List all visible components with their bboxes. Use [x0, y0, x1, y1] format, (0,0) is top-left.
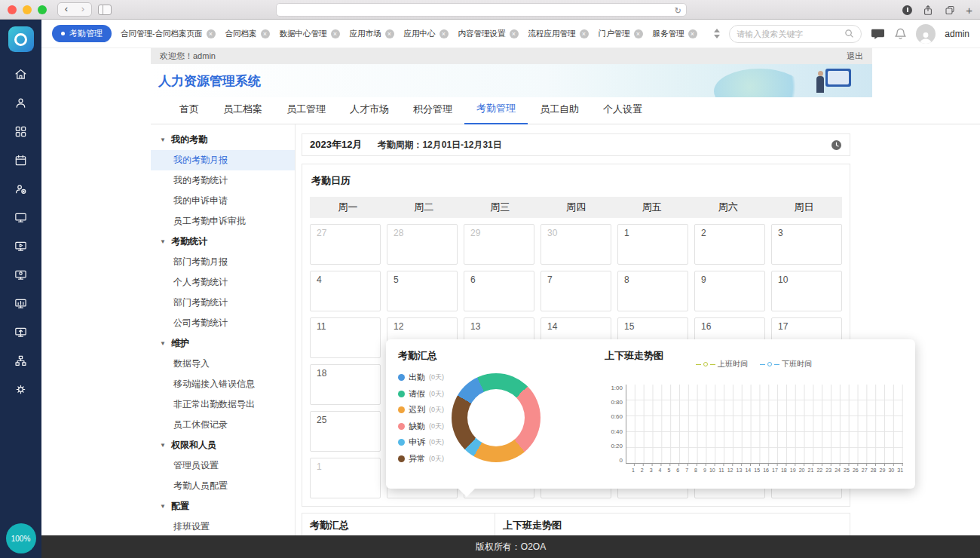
global-search[interactable]	[729, 25, 862, 43]
chat-icon[interactable]	[871, 27, 885, 40]
back-button[interactable]	[58, 3, 75, 16]
menu-row[interactable]: 考勤人员配置	[151, 476, 295, 496]
app-tab[interactable]: 流程应用管理	[528, 29, 589, 39]
menu-row[interactable]: 公司考勤统计	[151, 313, 295, 333]
menu-row[interactable]: 维护	[151, 333, 295, 354]
nav-tab[interactable]: 首页	[167, 103, 211, 124]
apps-icon[interactable]	[6, 117, 36, 146]
nav-tab[interactable]: 个人设置	[591, 103, 654, 124]
app-tab[interactable]: 服务管理	[653, 29, 697, 39]
user-avatar[interactable]	[916, 24, 936, 44]
close-tab-icon[interactable]	[385, 29, 394, 38]
menu-row[interactable]: 考勤统计	[151, 231, 295, 252]
menu-row[interactable]: 部门考勤统计	[151, 293, 295, 313]
close-tab-icon[interactable]	[688, 29, 697, 38]
menu-row[interactable]: 数据导入	[151, 354, 295, 374]
calendar-day-cell[interactable]: 4	[310, 271, 381, 311]
app-tab[interactable]: 合同档案	[225, 29, 270, 39]
monitor-icon[interactable]	[6, 203, 36, 231]
monitor-chart-icon[interactable]	[6, 289, 36, 317]
close-tab-icon[interactable]	[439, 29, 449, 38]
calendar-day-cell[interactable]: 11	[310, 317, 381, 358]
menu-row[interactable]: 部门考勤月报	[151, 252, 295, 272]
home-icon[interactable]	[6, 60, 36, 88]
menu-row[interactable]: 管理员设置	[151, 455, 295, 476]
menu-row[interactable]: 非正常出勤数据导出	[151, 394, 295, 415]
zoom-window-button[interactable]	[38, 5, 47, 14]
nav-tab[interactable]: 员工管理	[274, 103, 338, 124]
calendar-day-cell[interactable]: 28	[387, 224, 458, 265]
address-bar[interactable]	[276, 3, 687, 17]
menu-row[interactable]: 我的考勤月报	[151, 150, 295, 170]
search-input[interactable]	[737, 29, 841, 38]
calendar-day-cell[interactable]: 10	[771, 271, 842, 311]
share-icon[interactable]	[922, 4, 934, 17]
legend-item[interactable]: 迟到 (0天)	[398, 404, 444, 415]
close-tab-icon[interactable]	[580, 29, 589, 38]
reload-icon[interactable]	[675, 3, 681, 17]
menu-row[interactable]: 我的申诉申请	[151, 191, 295, 211]
calendar-day-cell[interactable]: 7	[541, 271, 611, 311]
search-icon[interactable]	[844, 29, 854, 38]
settings-gear-icon[interactable]	[6, 375, 36, 403]
menu-row[interactable]: 排班设置	[151, 517, 295, 537]
calendar-day-cell[interactable]: 9	[694, 271, 765, 311]
trend-legend-item[interactable]: 上班时间	[696, 359, 748, 369]
username[interactable]: admin	[945, 29, 969, 39]
active-app-tab[interactable]: 考勤管理	[52, 25, 112, 42]
nav-tab[interactable]: 员工档案	[211, 103, 274, 124]
close-tab-icon[interactable]	[261, 29, 270, 38]
nav-tab[interactable]: 考勤管理	[464, 102, 528, 124]
organization-icon[interactable]	[6, 346, 36, 375]
close-tab-icon[interactable]	[634, 29, 643, 38]
screen-cast-icon[interactable]	[6, 317, 36, 346]
calendar-day-cell[interactable]: 27	[310, 224, 381, 265]
app-tab[interactable]: 内容管理设置	[458, 29, 519, 39]
calendar-day-cell[interactable]: 29	[464, 224, 534, 265]
monitor-user-icon[interactable]	[6, 260, 36, 289]
hr-icon[interactable]	[6, 88, 36, 117]
nav-tab[interactable]: 积分管理	[401, 103, 464, 124]
bell-icon[interactable]	[894, 27, 907, 41]
menu-row[interactable]: 员工休假记录	[151, 415, 295, 435]
legend-item[interactable]: 申诉 (0天)	[398, 437, 444, 448]
close-tab-icon[interactable]	[207, 29, 216, 38]
menu-row[interactable]: 配置	[151, 496, 295, 517]
tabs-overview-icon[interactable]	[944, 5, 956, 16]
calendar-day-cell[interactable]: 5	[387, 271, 458, 311]
close-tab-icon[interactable]	[510, 29, 519, 38]
menu-row[interactable]: 个人考勤统计	[151, 272, 295, 293]
o2oa-logo[interactable]	[8, 26, 34, 52]
calendar-day-cell[interactable]: 8	[617, 271, 688, 311]
video-monitor-icon[interactable]	[6, 231, 36, 260]
collapse-chevrons-icon[interactable]	[714, 29, 720, 38]
calendar-day-cell[interactable]: 3	[771, 224, 842, 265]
app-tab[interactable]: 应用中心	[404, 29, 449, 39]
new-tab-icon[interactable]	[966, 4, 972, 17]
menu-row[interactable]: 我的考勤	[151, 130, 295, 150]
forward-button[interactable]	[75, 3, 91, 16]
app-tab[interactable]: 数据中心管理	[280, 29, 340, 39]
close-tab-icon[interactable]	[331, 29, 340, 38]
calendar-day-cell[interactable]: 2	[694, 224, 765, 265]
calendar-icon[interactable]	[6, 146, 36, 174]
calendar-day-cell[interactable]: 30	[541, 224, 611, 265]
app-tab[interactable]: 门户管理	[599, 29, 643, 39]
app-tab[interactable]: 应用市场	[350, 29, 394, 39]
nav-tab[interactable]: 员工自助	[528, 103, 591, 124]
downloads-icon[interactable]	[902, 5, 912, 15]
app-tab[interactable]: 合同管理-合同档案页面	[121, 29, 216, 39]
calendar-day-cell[interactable]: 18	[310, 364, 381, 405]
clock-icon[interactable]	[831, 140, 842, 151]
logout-link[interactable]: 退出	[847, 51, 863, 62]
legend-item[interactable]: 缺勤 (0天)	[398, 421, 444, 432]
legend-item[interactable]: 异常 (0天)	[398, 453, 444, 464]
menu-row[interactable]: 员工考勤申诉审批	[151, 211, 295, 231]
close-window-button[interactable]	[8, 5, 17, 14]
menu-row[interactable]: 我的考勤统计	[151, 170, 295, 191]
trend-legend-item[interactable]: 下班时间	[760, 359, 812, 369]
sidebar-toggle-icon[interactable]	[98, 5, 112, 15]
nav-tab[interactable]: 人才市场	[338, 103, 401, 124]
calendar-day-cell[interactable]: 1	[617, 224, 688, 265]
attendance-donut[interactable]	[452, 373, 541, 462]
